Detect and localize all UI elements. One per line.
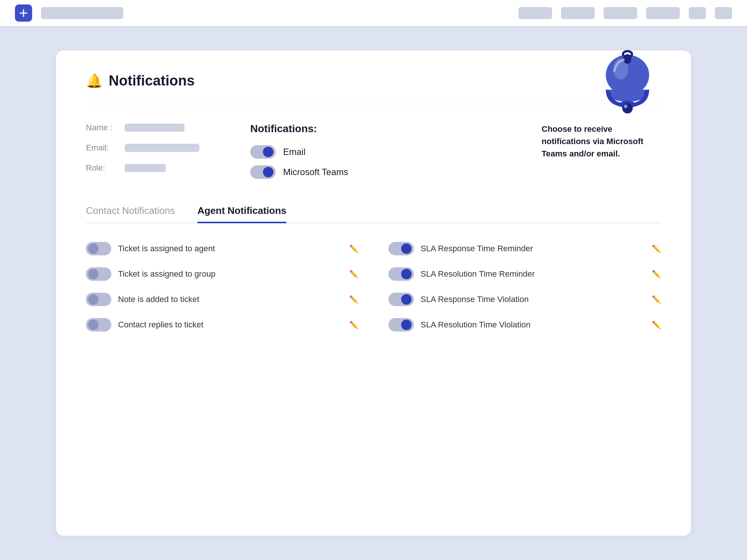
role-field: Role: bbox=[86, 163, 213, 173]
role-value bbox=[125, 164, 166, 172]
edit-icon-3[interactable]: ✏️ bbox=[349, 295, 359, 304]
name-field: Name : bbox=[86, 123, 213, 133]
teams-toggle-knob bbox=[263, 167, 273, 177]
left-notif-column: Ticket is assigned to agent ✏️ Ticket is… bbox=[86, 242, 359, 332]
notif-row: Ticket is assigned to agent ✏️ bbox=[86, 242, 359, 255]
teams-notif-option: Microsoft Teams bbox=[250, 165, 482, 179]
notif-label-sla-response-violation: SLA Response Time Violation bbox=[421, 295, 645, 304]
teams-toggle[interactable] bbox=[250, 165, 276, 179]
edit-icon-8[interactable]: ✏️ bbox=[652, 320, 661, 329]
toggle-sla-resolution-violation[interactable] bbox=[388, 318, 414, 332]
help-text: Choose to receive notifications via Micr… bbox=[519, 123, 661, 179]
main-area: 🔔 Notifications Name : Email: Role: bbox=[0, 26, 747, 560]
profile-section: Name : Email: Role: bbox=[86, 123, 213, 179]
bell-icon: 🔔 bbox=[86, 73, 103, 89]
nav-search-bar[interactable] bbox=[41, 7, 123, 19]
nav-btn-4[interactable] bbox=[646, 7, 680, 19]
svg-point-4 bbox=[622, 103, 633, 113]
notif-row: Note is added to ticket ✏️ bbox=[86, 293, 359, 306]
notif-row: SLA Resolution Time Violation ✏️ bbox=[388, 318, 661, 332]
bell-illustration bbox=[594, 47, 661, 121]
svg-point-5 bbox=[624, 105, 627, 108]
email-field: Email: bbox=[86, 143, 213, 153]
name-label: Name : bbox=[86, 123, 120, 133]
email-label: Email: bbox=[86, 143, 120, 153]
email-value bbox=[125, 144, 199, 152]
teams-notif-label: Microsoft Teams bbox=[283, 167, 348, 177]
toggle-note-added[interactable] bbox=[86, 293, 111, 306]
notif-label-sla-resolution-reminder: SLA Resolution Time Reminder bbox=[421, 269, 645, 279]
page-title: Notifications bbox=[109, 73, 195, 89]
notif-row: SLA Response Time Violation ✏️ bbox=[388, 293, 661, 306]
notif-channels-section: Notifications: Email Microsoft Teams bbox=[250, 123, 482, 179]
notif-label-ticket-assigned-group: Ticket is assigned to group bbox=[118, 269, 342, 279]
card: 🔔 Notifications Name : Email: Role: bbox=[56, 50, 691, 536]
nav-btn-2[interactable] bbox=[561, 7, 595, 19]
notif-label-contact-replies: Contact replies to ticket bbox=[118, 320, 342, 330]
email-notif-label: Email bbox=[283, 147, 306, 157]
nav-btn-1[interactable] bbox=[518, 7, 552, 19]
nav-btn-3[interactable] bbox=[604, 7, 637, 19]
tabs-row: Contact Notifications Agent Notification… bbox=[86, 205, 661, 223]
notif-label-sla-response-reminder: SLA Response Time Reminder bbox=[421, 244, 645, 253]
logo bbox=[15, 4, 32, 22]
tab-agent[interactable]: Agent Notifications bbox=[197, 205, 286, 223]
top-nav bbox=[0, 0, 747, 26]
edit-icon-2[interactable]: ✏️ bbox=[349, 270, 359, 279]
notif-label-note-added: Note is added to ticket bbox=[118, 295, 342, 304]
nav-btn-6[interactable] bbox=[715, 7, 732, 19]
notif-row: Ticket is assigned to group ✏️ bbox=[86, 267, 359, 281]
notif-label-ticket-assigned-agent: Ticket is assigned to agent bbox=[118, 244, 342, 253]
toggle-sla-resolution-reminder[interactable] bbox=[388, 267, 414, 281]
edit-icon-5[interactable]: ✏️ bbox=[652, 244, 661, 253]
notif-grid: Ticket is assigned to agent ✏️ Ticket is… bbox=[86, 242, 661, 332]
notif-section-title: Notifications: bbox=[250, 123, 482, 135]
email-notif-option: Email bbox=[250, 145, 482, 159]
toggle-ticket-assigned-agent[interactable] bbox=[86, 242, 111, 255]
edit-icon-7[interactable]: ✏️ bbox=[652, 295, 661, 304]
email-toggle[interactable] bbox=[250, 145, 276, 159]
toggle-contact-replies[interactable] bbox=[86, 318, 111, 332]
email-toggle-knob bbox=[263, 147, 273, 157]
toggle-sla-response-violation[interactable] bbox=[388, 293, 414, 306]
tab-contact[interactable]: Contact Notifications bbox=[86, 205, 175, 223]
right-notif-column: SLA Response Time Reminder ✏️ SLA Resolu… bbox=[388, 242, 661, 332]
notif-options: Email Microsoft Teams bbox=[250, 145, 482, 179]
name-value bbox=[125, 124, 185, 132]
page-title-row: 🔔 Notifications bbox=[86, 73, 661, 104]
notif-row: SLA Resolution Time Reminder ✏️ bbox=[388, 267, 661, 281]
role-label: Role: bbox=[86, 163, 120, 173]
notif-row: SLA Response Time Reminder ✏️ bbox=[388, 242, 661, 255]
edit-icon-6[interactable]: ✏️ bbox=[652, 270, 661, 279]
profile-notif-row: Name : Email: Role: Notifications: bbox=[86, 123, 661, 179]
notif-label-sla-resolution-violation: SLA Resolution Time Violation bbox=[421, 320, 645, 330]
edit-icon-4[interactable]: ✏️ bbox=[349, 320, 359, 329]
nav-btn-5[interactable] bbox=[689, 7, 706, 19]
notif-row: Contact replies to ticket ✏️ bbox=[86, 318, 359, 332]
edit-icon-1[interactable]: ✏️ bbox=[349, 244, 359, 253]
toggle-ticket-assigned-group[interactable] bbox=[86, 267, 111, 281]
toggle-sla-response-reminder[interactable] bbox=[388, 242, 414, 255]
